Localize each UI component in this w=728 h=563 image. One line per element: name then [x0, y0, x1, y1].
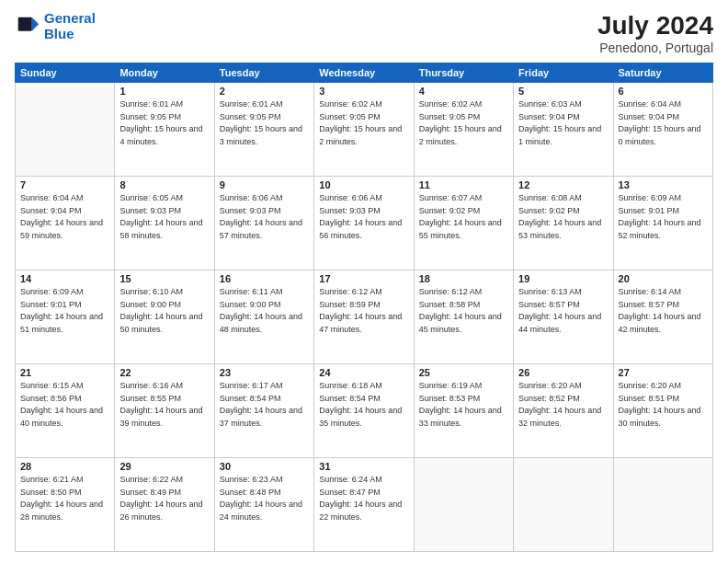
calendar-header-row: Sunday Monday Tuesday Wednesday Thursday… — [16, 63, 713, 83]
logo-icon — [15, 14, 40, 40]
week-row-2: 7Sunrise: 6:04 AMSunset: 9:04 PMDaylight… — [16, 177, 713, 270]
day-number: 22 — [119, 367, 209, 378]
day-info: Sunrise: 6:20 AMSunset: 8:52 PMDaylight:… — [518, 380, 608, 430]
title-block: July 2024 Penedono, Portugal — [597, 11, 713, 55]
day-info: Sunrise: 6:17 AMSunset: 8:54 PMDaylight:… — [220, 380, 309, 430]
day-info: Sunrise: 6:09 AMSunset: 9:01 PMDaylight:… — [20, 286, 109, 336]
calendar-cell-4-3: 31Sunrise: 6:24 AMSunset: 8:47 PMDayligh… — [314, 458, 414, 552]
day-info: Sunrise: 6:09 AMSunset: 9:01 PMDaylight:… — [619, 192, 708, 242]
day-info: Sunrise: 6:12 AMSunset: 8:58 PMDaylight:… — [419, 286, 508, 336]
logo-text: General Blue — [44, 11, 96, 41]
day-info: Sunrise: 6:24 AMSunset: 8:47 PMDaylight:… — [319, 474, 408, 523]
day-number: 10 — [319, 179, 408, 190]
header-tuesday: Tuesday — [214, 63, 313, 83]
day-info: Sunrise: 6:11 AMSunset: 9:00 PMDaylight:… — [220, 286, 309, 336]
day-info: Sunrise: 6:10 AMSunset: 9:00 PMDaylight:… — [119, 286, 209, 336]
day-info: Sunrise: 6:07 AMSunset: 9:02 PMDaylight:… — [419, 192, 508, 242]
day-info: Sunrise: 6:22 AMSunset: 8:49 PMDaylight:… — [119, 474, 209, 523]
day-info: Sunrise: 6:16 AMSunset: 8:55 PMDaylight:… — [119, 380, 209, 430]
calendar-cell-1-1: 8Sunrise: 6:05 AMSunset: 9:03 PMDaylight… — [115, 177, 214, 270]
day-number: 12 — [518, 179, 608, 190]
calendar-cell-1-6: 13Sunrise: 6:09 AMSunset: 9:01 PMDayligh… — [613, 177, 712, 270]
calendar-cell-3-3: 24Sunrise: 6:18 AMSunset: 8:54 PMDayligh… — [314, 364, 414, 458]
week-row-3: 14Sunrise: 6:09 AMSunset: 9:01 PMDayligh… — [16, 270, 713, 364]
calendar-cell-0-2: 2Sunrise: 6:01 AMSunset: 9:05 PMDaylight… — [214, 83, 313, 177]
day-info: Sunrise: 6:08 AMSunset: 9:02 PMDaylight:… — [518, 192, 608, 242]
day-number: 15 — [119, 273, 209, 284]
calendar-cell-0-6: 6Sunrise: 6:04 AMSunset: 9:04 PMDaylight… — [613, 83, 712, 177]
day-info: Sunrise: 6:06 AMSunset: 9:03 PMDaylight:… — [319, 192, 408, 242]
header-wednesday: Wednesday — [314, 63, 414, 83]
calendar-cell-3-4: 25Sunrise: 6:19 AMSunset: 8:53 PMDayligh… — [414, 364, 513, 458]
day-info: Sunrise: 6:01 AMSunset: 9:05 PMDaylight:… — [119, 98, 209, 148]
day-number: 16 — [220, 273, 309, 284]
day-number: 20 — [619, 273, 708, 284]
day-number: 25 — [419, 367, 508, 378]
day-number: 11 — [419, 179, 508, 190]
calendar-cell-4-2: 30Sunrise: 6:23 AMSunset: 8:48 PMDayligh… — [214, 458, 313, 552]
calendar-cell-3-6: 27Sunrise: 6:20 AMSunset: 8:51 PMDayligh… — [613, 364, 712, 458]
location: Penedono, Portugal — [597, 40, 713, 55]
calendar-cell-3-2: 23Sunrise: 6:17 AMSunset: 8:54 PMDayligh… — [214, 364, 313, 458]
day-info: Sunrise: 6:15 AMSunset: 8:56 PMDaylight:… — [20, 380, 109, 430]
day-number: 13 — [619, 179, 708, 190]
header: General Blue July 2024 Penedono, Portuga… — [15, 11, 713, 55]
day-number: 27 — [619, 367, 708, 378]
calendar-cell-4-1: 29Sunrise: 6:22 AMSunset: 8:49 PMDayligh… — [115, 458, 214, 552]
calendar-cell-2-3: 17Sunrise: 6:12 AMSunset: 8:59 PMDayligh… — [314, 270, 414, 364]
day-number: 24 — [319, 367, 408, 378]
calendar-cell-1-2: 9Sunrise: 6:06 AMSunset: 9:03 PMDaylight… — [214, 177, 313, 270]
week-row-4: 21Sunrise: 6:15 AMSunset: 8:56 PMDayligh… — [16, 364, 713, 458]
calendar-cell-3-0: 21Sunrise: 6:15 AMSunset: 8:56 PMDayligh… — [16, 364, 115, 458]
calendar-cell-3-5: 26Sunrise: 6:20 AMSunset: 8:52 PMDayligh… — [514, 364, 613, 458]
calendar-cell-2-6: 20Sunrise: 6:14 AMSunset: 8:57 PMDayligh… — [613, 270, 712, 364]
day-number: 5 — [518, 86, 608, 97]
day-info: Sunrise: 6:02 AMSunset: 9:05 PMDaylight:… — [319, 98, 408, 148]
calendar-cell-0-4: 4Sunrise: 6:02 AMSunset: 9:05 PMDaylight… — [414, 83, 513, 177]
calendar-cell-3-1: 22Sunrise: 6:16 AMSunset: 8:55 PMDayligh… — [115, 364, 214, 458]
day-info: Sunrise: 6:21 AMSunset: 8:50 PMDaylight:… — [20, 474, 109, 523]
header-sunday: Sunday — [16, 63, 115, 83]
calendar-cell-1-3: 10Sunrise: 6:06 AMSunset: 9:03 PMDayligh… — [314, 177, 414, 270]
day-number: 19 — [518, 273, 608, 284]
calendar-cell-4-6 — [613, 458, 712, 552]
day-number: 31 — [319, 461, 408, 472]
day-info: Sunrise: 6:04 AMSunset: 9:04 PMDaylight:… — [20, 192, 109, 242]
month-year: July 2024 — [597, 11, 713, 40]
day-number: 9 — [220, 179, 309, 190]
header-monday: Monday — [115, 63, 214, 83]
day-number: 1 — [119, 86, 209, 97]
calendar-cell-1-0: 7Sunrise: 6:04 AMSunset: 9:04 PMDaylight… — [16, 177, 115, 270]
calendar-cell-2-2: 16Sunrise: 6:11 AMSunset: 9:00 PMDayligh… — [214, 270, 313, 364]
day-info: Sunrise: 6:03 AMSunset: 9:04 PMDaylight:… — [518, 98, 608, 148]
day-info: Sunrise: 6:19 AMSunset: 8:53 PMDaylight:… — [419, 380, 508, 430]
calendar-cell-4-0: 28Sunrise: 6:21 AMSunset: 8:50 PMDayligh… — [16, 458, 115, 552]
day-info: Sunrise: 6:04 AMSunset: 9:04 PMDaylight:… — [619, 98, 708, 148]
calendar-cell-2-4: 18Sunrise: 6:12 AMSunset: 8:58 PMDayligh… — [414, 270, 513, 364]
day-number: 6 — [619, 86, 708, 97]
svg-marker-0 — [32, 17, 39, 30]
svg-rect-1 — [18, 17, 32, 30]
day-number: 8 — [119, 179, 209, 190]
day-number: 30 — [220, 461, 309, 472]
day-number: 14 — [20, 273, 109, 284]
calendar-table: Sunday Monday Tuesday Wednesday Thursday… — [15, 63, 713, 552]
day-number: 21 — [20, 367, 109, 378]
day-info: Sunrise: 6:20 AMSunset: 8:51 PMDaylight:… — [619, 380, 708, 430]
day-info: Sunrise: 6:18 AMSunset: 8:54 PMDaylight:… — [319, 380, 408, 430]
day-number: 17 — [319, 273, 408, 284]
day-info: Sunrise: 6:05 AMSunset: 9:03 PMDaylight:… — [119, 192, 209, 242]
day-number: 3 — [319, 86, 408, 97]
calendar-cell-2-5: 19Sunrise: 6:13 AMSunset: 8:57 PMDayligh… — [514, 270, 613, 364]
day-info: Sunrise: 6:12 AMSunset: 8:59 PMDaylight:… — [319, 286, 408, 336]
calendar-cell-0-0 — [16, 83, 115, 177]
day-number: 7 — [20, 179, 109, 190]
page: General Blue July 2024 Penedono, Portuga… — [0, 0, 728, 563]
day-number: 26 — [518, 367, 608, 378]
day-number: 2 — [220, 86, 309, 97]
header-thursday: Thursday — [414, 63, 513, 83]
calendar-cell-1-5: 12Sunrise: 6:08 AMSunset: 9:02 PMDayligh… — [514, 177, 613, 270]
calendar-cell-0-1: 1Sunrise: 6:01 AMSunset: 9:05 PMDaylight… — [115, 83, 214, 177]
day-info: Sunrise: 6:14 AMSunset: 8:57 PMDaylight:… — [619, 286, 708, 336]
calendar-cell-0-3: 3Sunrise: 6:02 AMSunset: 9:05 PMDaylight… — [314, 83, 414, 177]
